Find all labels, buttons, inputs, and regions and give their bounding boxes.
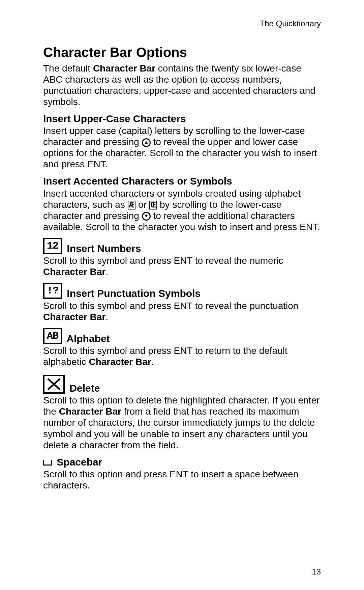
- alphabet-icon: AB: [43, 328, 62, 344]
- spacebar-paragraph: Scroll to this option and press ENT to i…: [43, 469, 321, 491]
- intro-bold: Character Bar: [93, 63, 155, 74]
- heading-delete: Delete: [43, 375, 321, 394]
- heading-punctuation-label: Insert Punctuation Symbols: [64, 288, 201, 299]
- page-number: 13: [312, 567, 321, 577]
- accent-glyph-ae-icon: Æ: [128, 201, 136, 209]
- heading-spacebar: Spacebar: [43, 456, 321, 468]
- uppercase-paragraph: Insert upper case (capital) letters by s…: [43, 125, 321, 170]
- down-arrow-icon: [142, 212, 151, 221]
- heading-numbers: 12 Insert Numbers: [43, 238, 321, 254]
- punctuation-icon: !?: [43, 283, 62, 299]
- punct-bold: Character Bar: [43, 312, 105, 322]
- heading-alphabet: AB Alphabet: [43, 328, 321, 344]
- punct-post: .: [105, 312, 108, 322]
- heading-punctuation: !? Insert Punctuation Symbols: [43, 283, 321, 299]
- spacebar-icon: [43, 460, 52, 466]
- intro-paragraph: The default Character Bar contains the t…: [43, 63, 321, 107]
- alpha-pre: Scroll to this symbol and press ENT to r…: [43, 345, 287, 367]
- heading-uppercase: Insert Upper-Case Characters: [43, 113, 321, 124]
- page-title: Character Bar Options: [43, 45, 321, 60]
- heading-spacebar-label: Spacebar: [54, 456, 102, 468]
- punctuation-paragraph: Scroll to this symbol and press ENT to r…: [43, 300, 321, 322]
- numbers-post: .: [105, 266, 108, 277]
- delete-icon: [43, 375, 65, 394]
- heading-accented: Insert Accented Characters or Symbols: [43, 175, 321, 187]
- accented-paragraph: Insert accented characters or symbols cr…: [43, 188, 321, 232]
- numbers-icon: 12: [43, 238, 62, 254]
- numbers-paragraph: Scroll to this symbol and press ENT to r…: [43, 255, 321, 277]
- numbers-bold: Character Bar: [43, 266, 105, 277]
- up-arrow-icon: [142, 138, 151, 147]
- running-header: The Quicktionary: [43, 19, 321, 28]
- punct-pre: Scroll to this symbol and press ENT to r…: [43, 301, 298, 311]
- alphabet-paragraph: Scroll to this symbol and press ENT to r…: [43, 345, 321, 367]
- delete-bold: Character Bar: [59, 406, 121, 417]
- heading-numbers-label: Insert Numbers: [64, 243, 141, 254]
- heading-delete-label: Delete: [67, 383, 100, 394]
- delete-paragraph: Scroll to this option to delete the high…: [43, 395, 321, 450]
- alpha-post: .: [151, 357, 154, 367]
- intro-pre: The default: [43, 63, 93, 74]
- heading-alphabet-label: Alphabet: [64, 333, 110, 344]
- accented-or: or: [135, 199, 149, 210]
- alpha-bold: Character Bar: [89, 357, 151, 367]
- numbers-pre: Scroll to this symbol and press ENT to r…: [43, 255, 283, 266]
- accent-glyph-oe-icon: Œ: [149, 201, 157, 209]
